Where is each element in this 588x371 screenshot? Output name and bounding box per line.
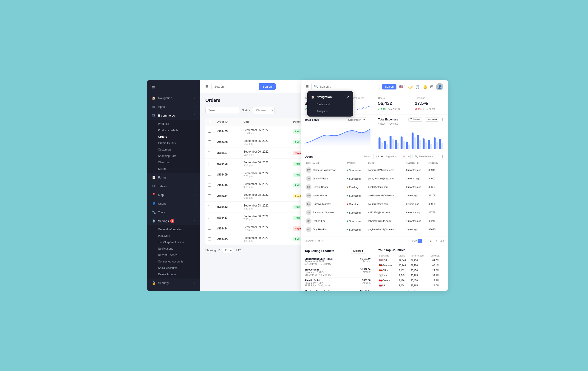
users-page-2[interactable]: 2 <box>423 239 428 243</box>
stat-sessions-sub: from 24.9% <box>423 108 435 110</box>
nav-item-dashboard[interactable]: Dashboard <box>307 101 353 108</box>
search-button[interactable]: Search <box>259 83 276 90</box>
sidebar-item-forms[interactable]: 📋 Forms › <box>147 173 200 182</box>
users-search-input[interactable] <box>419 155 437 158</box>
status-select[interactable]: Choose... Paid Pending <box>252 107 275 114</box>
sub-item-products-details[interactable]: Products Details <box>147 127 200 133</box>
sidebar-hamburger-icon[interactable]: ☰ <box>152 86 155 90</box>
user-row-avatar: BC <box>306 184 311 190</box>
product-row: Sleeve Shirt September 7, 2022 $39.99 Pr… <box>304 267 370 278</box>
dash-dark-mode-icon[interactable]: 🌙 <box>408 84 413 89</box>
select-all-checkbox[interactable] <box>208 120 211 123</box>
sub-item-products[interactable]: Products <box>147 121 200 127</box>
nav-item-analytics[interactable]: Analytics <box>307 108 353 115</box>
td-country: 🇮🇳 India <box>378 273 398 278</box>
sidebar-item-navigation[interactable]: 🏠 Navigation › <box>147 94 200 102</box>
sub-item-checkout[interactable]: Checkout <box>147 159 200 166</box>
sidebar-item-tools[interactable]: 🔧 Tools › <box>147 208 200 217</box>
row-checkbox[interactable] <box>208 130 211 133</box>
users-menu-icon[interactable]: ⋮ <box>441 155 444 158</box>
row-checkbox[interactable] <box>208 184 211 187</box>
orders-search-input[interactable] <box>205 107 240 114</box>
users-signed-select[interactable]: All <box>400 154 411 159</box>
svg-rect-3 <box>386 144 388 149</box>
sub-item-general-information[interactable]: General Information <box>147 226 200 233</box>
row-checkbox[interactable] <box>208 173 211 176</box>
sidebar-item-users[interactable]: 👤 Users › <box>147 199 200 208</box>
map-icon: 📍 <box>152 193 156 197</box>
sub-item-social-accounts[interactable]: Social Accounts <box>147 265 200 271</box>
row-checkbox[interactable] <box>208 227 211 230</box>
users-prev-btn[interactable]: Prev <box>412 239 417 243</box>
per-page-select[interactable]: 112550 <box>222 248 233 253</box>
row-checkbox[interactable] <box>208 140 211 143</box>
topbar-hamburger-icon[interactable]: ☰ <box>205 84 209 89</box>
sub-item-shopping-cart[interactable]: Shopping Cart <box>147 153 200 159</box>
td-user-name: KM Kathryn Murphy <box>304 200 345 208</box>
svg-rect-21 <box>436 142 438 149</box>
sub-item-orders-details[interactable]: Orders Details <box>147 140 200 146</box>
dash-user-avatar[interactable]: 👤 <box>436 83 443 90</box>
search-input[interactable] <box>211 83 257 90</box>
users-page-1[interactable]: 1 <box>418 239 422 243</box>
users-next-btn[interactable]: Next <box>440 239 444 243</box>
sub-item-customers[interactable]: Customers <box>147 146 200 153</box>
row-checkbox[interactable] <box>208 162 211 165</box>
sales-menu-icon[interactable]: ⋮ <box>367 118 370 122</box>
td-user-name: JW Jenny Wilson <box>304 174 345 183</box>
row-checkbox[interactable] <box>208 194 211 197</box>
row-checkbox[interactable] <box>208 151 211 154</box>
row-checkbox[interactable] <box>208 216 211 219</box>
sidebar-item-settings[interactable]: ⚙️ Settings 3 ˅ <box>147 217 200 225</box>
expenses-menu-icon[interactable]: ⋮ <box>441 118 444 121</box>
sub-item-notifications[interactable]: Notifications <box>147 245 200 252</box>
td-select <box>205 234 214 245</box>
td-user-id: 32205 <box>427 191 444 200</box>
sidebar-item-security[interactable]: 🔒 Security › <box>147 279 200 287</box>
sub-item-password[interactable]: Password <box>147 233 200 239</box>
dash-cart-icon[interactable]: 🛒 <box>416 84 420 89</box>
sub-item-connected-accounts[interactable]: Connected Accounts <box>147 258 200 265</box>
sub-item-recent-devices[interactable]: Recent Devices <box>147 252 200 258</box>
users-page-4[interactable]: 4 <box>434 239 439 243</box>
countries-menu-icon[interactable]: ⋮ <box>441 248 444 252</box>
td-user-email: bes001@site.com <box>367 183 405 191</box>
svg-rect-19 <box>430 144 432 149</box>
dash-hamburger-icon[interactable]: ☰ <box>305 84 309 89</box>
sidebar-item-tables[interactable]: ⊟ Tables › <box>147 182 200 191</box>
dash-language-selector[interactable]: 🇺🇸 ˅ <box>399 85 405 88</box>
sidebar-item-ecommerce[interactable]: 🛒 E-commerce ˅ <box>147 111 200 120</box>
row-checkbox[interactable] <box>208 238 211 241</box>
svg-rect-20 <box>434 137 436 149</box>
apps-icon: ⊞ <box>152 105 156 109</box>
sidebar-item-apps[interactable]: ⊞ Apps › <box>147 102 200 111</box>
sidebar-item-map[interactable]: 📍 Map › <box>147 191 200 199</box>
this-week-btn[interactable]: This week <box>408 117 423 122</box>
td-change: ↑ 14.8% <box>430 278 444 283</box>
td-signed-up: 2 months ago <box>405 183 427 191</box>
sub-item-delete-account[interactable]: Delete Account <box>147 271 200 278</box>
td-user-id: 43215 <box>427 217 444 225</box>
sub-item-two-step[interactable]: Two-Step Verification <box>147 239 200 245</box>
last-week-btn[interactable]: Last week <box>425 117 439 122</box>
stat-users-sub: from 53,104 <box>388 108 400 110</box>
svg-rect-18 <box>428 140 430 149</box>
showing-count: Showing: 11 <box>205 249 220 252</box>
month-select[interactable]: September <box>346 117 366 122</box>
dash-search-button[interactable]: Search <box>382 84 397 90</box>
nav-close-icon[interactable]: ✕ <box>347 95 350 99</box>
users-page-3[interactable]: 3 <box>429 239 433 243</box>
sub-item-sellers[interactable]: Sellers <box>147 166 200 172</box>
dash-notifications-icon[interactable]: 🔔 <box>423 84 428 89</box>
products-menu-icon[interactable]: ⋮ <box>367 249 370 253</box>
sub-item-orders[interactable]: Orders <box>147 133 200 140</box>
dash-search-input[interactable] <box>320 85 377 88</box>
products-export-btn[interactable]: Export ⬇ <box>351 248 366 254</box>
countries-view-all[interactable]: View all <box>378 288 444 291</box>
users-status-select[interactable]: All <box>373 154 384 159</box>
row-checkbox[interactable] <box>208 205 211 208</box>
tables-icon: ⊟ <box>152 184 156 188</box>
user-full-name: Guy Hawkins <box>313 228 328 231</box>
dash-grid-icon[interactable]: ⊞ <box>430 84 433 89</box>
product-amount: $2,559.36 Amount <box>360 268 371 276</box>
